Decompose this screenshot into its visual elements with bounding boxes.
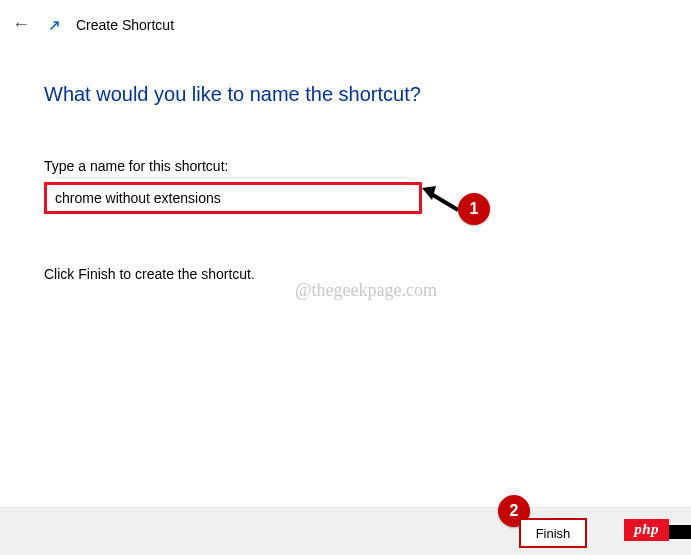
finish-button-container: Finish: [520, 519, 586, 547]
watermark: @thegeekpage.com: [295, 280, 437, 301]
input-label: Type a name for this shortcut:: [44, 158, 691, 174]
wizard-content: What would you like to name the shortcut…: [0, 37, 691, 282]
svg-marker-0: [422, 186, 436, 200]
callout-badge-1: 1: [458, 193, 490, 225]
callout-1: 1: [422, 175, 490, 225]
input-container: [44, 182, 422, 214]
php-overlay-badge: php: [624, 519, 669, 541]
wizard-heading: What would you like to name the shortcut…: [44, 83, 691, 106]
arrow-icon: [422, 180, 462, 220]
back-arrow-icon[interactable]: ←: [8, 12, 34, 37]
overlay-strip: [669, 525, 691, 539]
window-title: Create Shortcut: [76, 17, 174, 33]
titlebar: ← Create Shortcut: [0, 0, 691, 37]
shortcut-arrow-icon: [48, 18, 62, 32]
finish-button[interactable]: Finish: [520, 519, 586, 547]
instruction-text: Click Finish to create the shortcut.: [44, 266, 691, 282]
footer-bar: [0, 507, 691, 555]
shortcut-name-input[interactable]: [44, 182, 422, 214]
